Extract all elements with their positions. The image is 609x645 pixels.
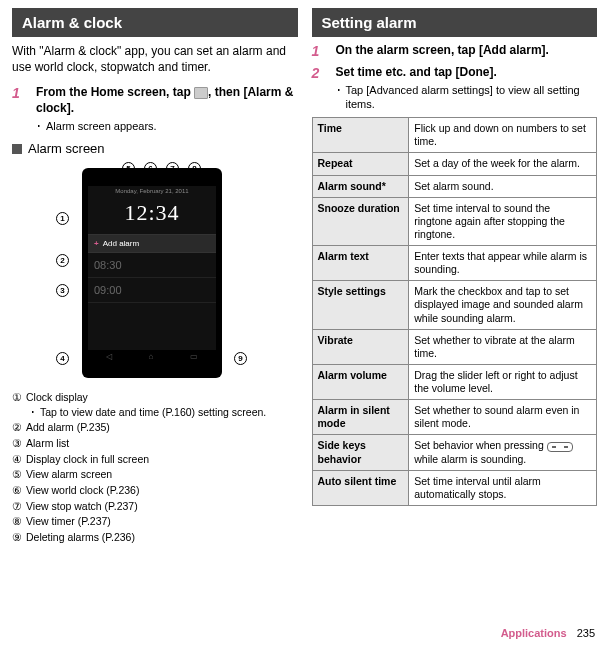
row-value: Set whether to vibrate at the alarm time… — [409, 329, 597, 364]
legend-text: View timer (P.237) — [26, 514, 111, 529]
row-value: Set time interval to sound the ringtone … — [409, 197, 597, 245]
row-value: Set alarm sound. — [409, 175, 597, 197]
row-value: Set behavior when pressing while alarm i… — [409, 435, 597, 470]
right-step-2: 2 Set time etc. and tap [Done]. ･Tap [Ad… — [312, 65, 598, 111]
right-banner: Setting alarm — [312, 8, 598, 37]
step-title: Set time etc. and tap [Done]. — [336, 65, 598, 81]
footer-page-number: 235 — [577, 627, 595, 639]
row-header: Vibrate — [312, 329, 409, 364]
row-header: Auto silent time — [312, 470, 409, 505]
bullet-text: Alarm screen appears. — [46, 119, 157, 133]
legend-num: ⑤ — [12, 467, 22, 482]
callout-2: 2 — [56, 254, 69, 267]
row-header: Repeat — [312, 153, 409, 175]
callout-3: 3 — [56, 284, 69, 297]
phone-alarm-1: 08:30 — [88, 253, 216, 278]
legend-text: View world clock (P.236) — [26, 483, 139, 498]
legend-num: ② — [12, 420, 22, 435]
legend-text: Add alarm (P.235) — [26, 420, 110, 435]
legend-text: Alarm list — [26, 436, 69, 451]
legend-num: ⑦ — [12, 499, 22, 514]
callout-4: 4 — [56, 352, 69, 365]
row-header: Time — [312, 118, 409, 153]
row-value: Set time interval until alarm automatica… — [409, 470, 597, 505]
row-value-b: while alarm is sounding. — [414, 453, 526, 465]
row-header: Alarm text — [312, 246, 409, 281]
callout-9: 9 — [234, 352, 247, 365]
sub-h-text: Alarm screen — [28, 141, 105, 156]
left-banner: Alarm & clock — [12, 8, 298, 37]
legend-text: Clock display — [26, 390, 88, 405]
bullet-dot: ･ — [336, 83, 342, 112]
legend-num: ① — [12, 390, 22, 405]
legend-list: ①Clock display ･Tap to view date and tim… — [12, 390, 298, 545]
row-value: Drag the slider left or right to adjust … — [409, 364, 597, 399]
nav-back-icon: ◁ — [106, 352, 112, 361]
apps-grid-icon — [194, 87, 208, 99]
legend-sub-text: Tap to view date and time (P.160) settin… — [40, 405, 266, 420]
phone-nav: ◁⌂▭ — [88, 350, 216, 364]
phone-add-label: Add alarm — [103, 239, 139, 248]
row-header: Snooze duration — [312, 197, 409, 245]
row-value: Flick up and down on numbers to set time… — [409, 118, 597, 153]
row-header: Style settings — [312, 281, 409, 329]
legend-text: Deleting alarms (P.236) — [26, 530, 135, 545]
step-number: 2 — [312, 65, 328, 111]
step-bullet: ･Alarm screen appears. — [36, 119, 298, 133]
left-intro: With "Alarm & clock" app, you can set an… — [12, 43, 298, 75]
alarm-screen-heading: Alarm screen — [12, 141, 298, 156]
phone-alarm-2: 09:00 — [88, 278, 216, 303]
legend-num: ⑨ — [12, 530, 22, 545]
phone-mockup: Monday, February 21, 2011 12:34 +Add ala… — [82, 168, 222, 378]
row-header: Alarm volume — [312, 364, 409, 399]
phone-date: Monday, February 21, 2011 — [88, 186, 216, 196]
right-step-1: 1 On the alarm screen, tap [Add alarm]. — [312, 43, 598, 59]
legend-num: ③ — [12, 436, 22, 451]
row-value: Mark the checkbox and tap to set display… — [409, 281, 597, 329]
nav-home-icon: ⌂ — [149, 352, 154, 361]
square-bullet-icon — [12, 144, 22, 154]
nav-recent-icon: ▭ — [190, 352, 198, 361]
row-header: Side keys behavior — [312, 435, 409, 470]
phone-time: 12:34 — [88, 196, 216, 234]
bullet-text: Tap [Advanced alarm settings] to view al… — [346, 83, 598, 112]
plus-icon: + — [94, 239, 99, 248]
page-footer: Applications235 — [501, 627, 595, 639]
step-title-part-a: From the Home screen, tap — [36, 85, 194, 99]
callout-1: 1 — [56, 212, 69, 225]
row-value: Set whether to sound alarm even in silen… — [409, 400, 597, 435]
left-step-1: 1 From the Home screen, tap , then [Alar… — [12, 85, 298, 132]
step-title: From the Home screen, tap , then [Alarm … — [36, 85, 298, 116]
step-title: On the alarm screen, tap [Add alarm]. — [336, 43, 598, 59]
step-bullet: ･Tap [Advanced alarm settings] to view a… — [336, 83, 598, 112]
row-value: Enter texts that appear while alarm is s… — [409, 246, 597, 281]
legend-text: View alarm screen — [26, 467, 112, 482]
legend-num: ④ — [12, 452, 22, 467]
footer-section: Applications — [501, 627, 567, 639]
legend-num: ⑥ — [12, 483, 22, 498]
row-value-a: Set behavior when pressing — [414, 439, 547, 451]
legend-num: ⑧ — [12, 514, 22, 529]
legend-text: Display clock in full screen — [26, 452, 149, 467]
step-number: 1 — [312, 43, 328, 59]
bullet-dot: ･ — [30, 405, 36, 420]
row-header: Alarm in silent mode — [312, 400, 409, 435]
row-value: Set a day of the week for the alarm. — [409, 153, 597, 175]
step-number: 1 — [12, 85, 28, 132]
side-key-icon — [547, 442, 573, 452]
phone-add-alarm: +Add alarm — [88, 234, 216, 253]
bullet-dot: ･ — [36, 119, 42, 133]
settings-table: TimeFlick up and down on numbers to set … — [312, 117, 598, 506]
row-header: Alarm sound* — [312, 175, 409, 197]
legend-text: View stop watch (P.237) — [26, 499, 138, 514]
